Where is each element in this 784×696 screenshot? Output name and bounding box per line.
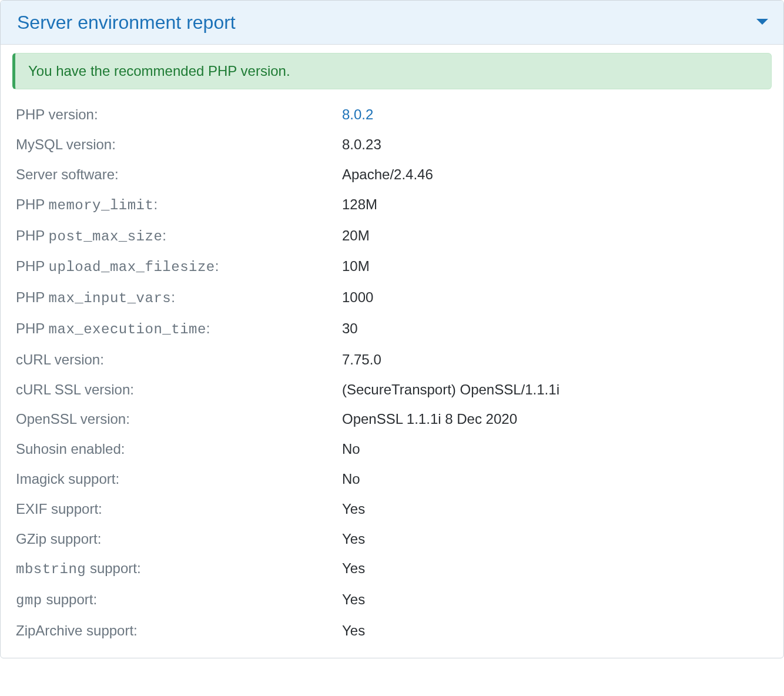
env-row-label: PHP post_max_size: [16,226,342,247]
env-row-label-mono: max_execution_time [49,322,206,337]
env-row: Suhosin enabled:No [12,434,772,464]
env-row-value: No [342,439,768,460]
env-row-label: PHP max_execution_time: [16,319,342,340]
env-row-value: Yes [342,499,768,520]
env-row-label: MySQL version: [16,135,342,155]
env-row-label-pre: EXIF support: [16,501,102,517]
env-row-label-post: support: [42,591,97,607]
env-row-label-mono: gmp [16,593,42,608]
env-row-label: gmp support: [16,590,342,611]
env-row-label-pre: PHP [16,258,49,274]
env-row-value: 128M [342,195,768,215]
env-row-label-pre: Suhosin enabled: [16,441,125,457]
alert-message: You have the recommended PHP version. [28,63,290,79]
env-row-label: PHP max_input_vars: [16,287,342,309]
env-row-label-pre: cURL SSL version: [16,382,134,397]
env-row: PHP upload_max_filesize:10M [12,252,772,283]
env-row-label: Imagick support: [16,469,342,490]
env-row-label-post: : [162,227,166,243]
env-row-label-mono: memory_limit [49,198,154,213]
env-row-label-mono: max_input_vars [49,290,172,306]
env-row-label-mono: post_max_size [49,229,163,245]
env-row-label: ZipArchive support: [16,621,342,641]
env-row-value: Yes [342,558,768,579]
env-row-label: cURL version: [16,350,342,370]
env-row-label: Server software: [16,165,342,185]
panel-header[interactable]: Server environment report [1,1,783,45]
env-row-value[interactable]: 8.0.2 [342,105,768,125]
env-row-label-mono: mbstring [16,561,86,577]
env-row-label: GZip support: [16,529,342,550]
server-environment-panel: Server environment report You have the r… [0,0,784,658]
env-row-label-pre: PHP version: [16,106,98,122]
env-row: PHP version:8.0.2 [12,100,772,130]
env-row-label: OpenSSL version: [16,409,342,430]
env-row-label-post: : [171,289,175,305]
env-row-value: No [342,469,768,490]
env-row: cURL version:7.75.0 [12,345,772,375]
env-row-value: 8.0.23 [342,135,768,155]
panel-body: You have the recommended PHP version. PH… [1,45,783,657]
env-row: ZipArchive support:Yes [12,616,772,646]
env-row-value: Apache/2.4.46 [342,165,768,185]
env-row-label: PHP memory_limit: [16,195,342,216]
env-row: PHP memory_limit:128M [12,190,772,221]
env-row: MySQL version:8.0.23 [12,130,772,160]
env-row-label-pre: ZipArchive support: [16,623,138,638]
env-rows: PHP version:8.0.2MySQL version:8.0.23Ser… [12,100,772,645]
env-row: mbstring support:Yes [12,554,772,585]
env-row-label: PHP version: [16,105,342,125]
env-row: PHP post_max_size:20M [12,221,772,252]
env-row-label: EXIF support: [16,499,342,520]
env-row-label-post: : [153,196,158,212]
env-row-value: 20M [342,226,768,246]
env-row-label-pre: MySQL version: [16,136,116,152]
env-row-label-pre: PHP [16,227,49,243]
env-row: PHP max_input_vars:1000 [12,283,772,314]
env-row-label-pre: GZip support: [16,531,101,547]
env-row-label: Suhosin enabled: [16,439,342,460]
env-row-value: 7.75.0 [342,350,768,370]
env-row: gmp support:Yes [12,585,772,616]
env-row: EXIF support:Yes [12,494,772,524]
env-row-label-mono: upload_max_filesize [49,259,215,275]
env-row-label-pre: Imagick support: [16,471,119,487]
env-row-label-pre: cURL version: [16,352,104,367]
env-row-label-post: : [206,320,210,336]
env-row-label: cURL SSL version: [16,380,342,400]
env-row-value: Yes [342,621,768,641]
env-row-label-pre: PHP [16,289,49,305]
env-row-label-pre: PHP [16,196,49,212]
env-row-value: 1000 [342,287,768,308]
env-row-label-post: : [215,258,219,274]
env-row-value: Yes [342,529,768,550]
chevron-down-icon[interactable] [755,15,769,29]
env-row: GZip support:Yes [12,524,772,554]
env-row-label-post: support: [86,560,140,576]
panel-title: Server environment report [17,11,236,34]
env-row-label: mbstring support: [16,558,342,580]
env-row-label-pre: PHP [16,320,49,336]
env-row-value: 10M [342,256,768,277]
env-row-label-pre: OpenSSL version: [16,411,130,427]
env-row-label: PHP upload_max_filesize: [16,256,342,278]
env-row: cURL SSL version:(SecureTransport) OpenS… [12,375,772,405]
env-row-value: 30 [342,319,768,339]
env-row-value: Yes [342,590,768,610]
env-row-value: (SecureTransport) OpenSSL/1.1.1i [342,380,768,400]
env-row: Server software:Apache/2.4.46 [12,160,772,190]
env-row-value: OpenSSL 1.1.1i 8 Dec 2020 [342,409,768,430]
env-row: PHP max_execution_time:30 [12,314,772,345]
env-row-label-pre: Server software: [16,166,119,182]
php-version-success-alert: You have the recommended PHP version. [12,53,772,89]
env-row: OpenSSL version:OpenSSL 1.1.1i 8 Dec 202… [12,404,772,434]
env-row: Imagick support:No [12,464,772,494]
